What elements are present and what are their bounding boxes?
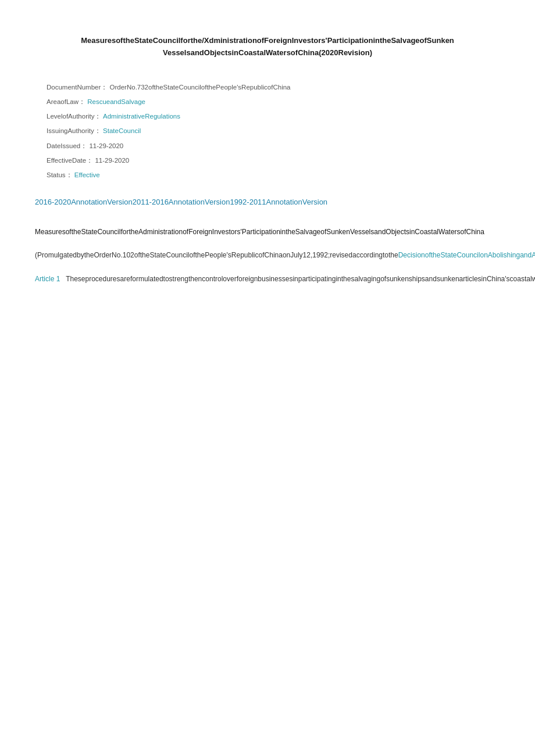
- status-label: Status：: [47, 171, 73, 178]
- version-links: 2016-2020AnnotationVersion2011-2016Annot…: [35, 198, 500, 206]
- area-of-law-link[interactable]: RescueandSalvage: [87, 98, 145, 105]
- effective-date-value: 11-29-2020: [95, 157, 129, 164]
- title-line1: MeasuresoftheStateCouncilforthe/Xdminist…: [35, 35, 500, 47]
- status-value: Effective: [74, 171, 100, 178]
- version-link-2[interactable]: 2011-2016AnnotationVersion: [133, 198, 230, 206]
- date-issued-row: DateIssued： 11-29-2020: [47, 141, 500, 151]
- date-issued-label: DateIssued：: [47, 142, 87, 149]
- promulgation-block: (PromulgatedbytheOrderNo.102oftheStateCo…: [35, 250, 535, 261]
- left-column: MeasuresoftheStateCouncilfortheAdministr…: [35, 227, 535, 756]
- page: MeasuresoftheStateCouncilforthe/Xdminist…: [0, 0, 535, 756]
- version-link-3[interactable]: 1992-2011AnnotationVersion: [230, 198, 327, 206]
- date-issued-value: 11-29-2020: [89, 142, 123, 149]
- title-line2: VesselsandObjectsinCoastalWatersofChina(…: [35, 47, 500, 59]
- metadata-section: DocumentNumber： OrderNo.732oftheStateCou…: [35, 83, 500, 181]
- level-of-authority-row: LevelofAuthority： AdministrativeRegulati…: [47, 112, 500, 121]
- effective-date-row: EffectiveDate： 11-29-2020: [47, 156, 500, 166]
- effective-date-label: EffectiveDate：: [47, 157, 93, 164]
- area-of-law-row: AreaofLaw： RescueandSalvage: [47, 97, 500, 107]
- document-title: MeasuresoftheStateCouncilforthe/Xdminist…: [35, 35, 500, 59]
- issuing-authority-link[interactable]: StateCouncil: [103, 127, 141, 134]
- document-number-row: DocumentNumber： OrderNo.732oftheStateCou…: [47, 83, 500, 92]
- level-of-authority-label: LevelofAuthority：: [47, 113, 101, 120]
- promulgation-part1: (PromulgatedbytheOrderNo.102oftheStateCo…: [35, 251, 398, 259]
- document-number-label: DocumentNumber：: [47, 84, 108, 91]
- version-link-1[interactable]: 2016-2020AnnotationVersion: [35, 198, 133, 206]
- main-content: MeasuresoftheStateCouncilfortheAdministr…: [35, 227, 500, 756]
- article1-number: Article 1: [35, 275, 60, 283]
- document-number-value: OrderNo.732oftheStateCouncilofthePeople'…: [110, 84, 291, 91]
- title-section: MeasuresoftheStateCouncilforthe/Xdminist…: [35, 35, 500, 59]
- status-row: Status： Effective: [47, 170, 500, 180]
- issuing-authority-row: IssuingAuthority： StateCouncil: [47, 126, 500, 136]
- article1-block: Article 1 Theseproceduresareformulatedto…: [35, 273, 535, 285]
- area-of-law-label: AreaofLaw：: [47, 98, 85, 105]
- doc-full-title: MeasuresoftheStateCouncilfortheAdministr…: [35, 227, 535, 238]
- issuing-authority-label: IssuingAuthority：: [47, 127, 101, 134]
- article1-text: Theseproceduresareformulatedtostrengthen…: [66, 275, 535, 283]
- level-of-authority-link[interactable]: AdministrativeRegulations: [103, 113, 180, 120]
- promulgation-link1[interactable]: DecisionoftheStateCouncilonAbolishingand…: [398, 251, 535, 259]
